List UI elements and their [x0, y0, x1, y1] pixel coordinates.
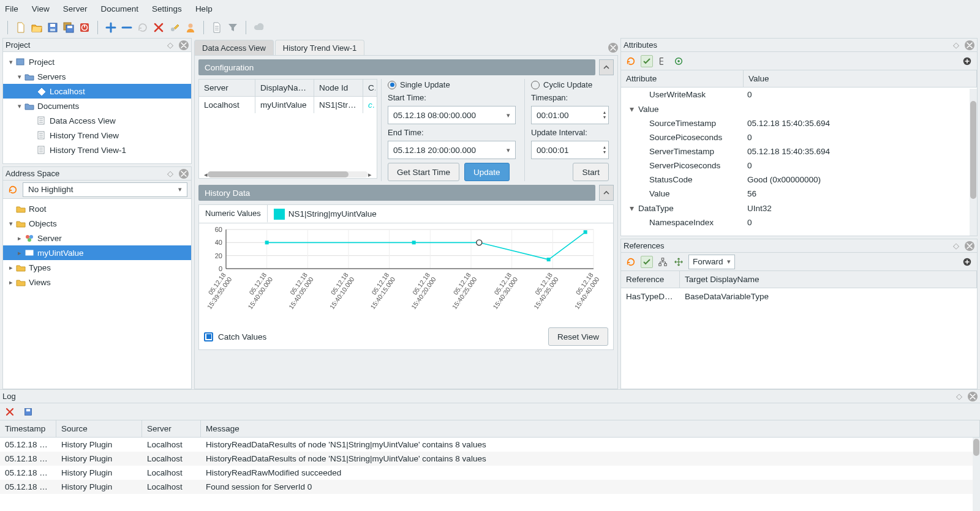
undock-icon[interactable]: ◇ — [165, 40, 175, 50]
attribute-row[interactable]: NamespaceIndex0 — [621, 215, 977, 229]
clear-log-icon[interactable] — [4, 406, 16, 418]
caret-icon[interactable]: ▾ — [627, 203, 636, 213]
cyclic-update-radio[interactable] — [531, 81, 540, 89]
log-row[interactable]: 05.12.18 15:…History PluginLocalhostHist… — [0, 452, 980, 466]
menu-item-view[interactable]: View — [32, 4, 50, 13]
log-row[interactable]: 05.12.18 15:…History PluginLocalhostHist… — [0, 438, 980, 452]
caret-icon[interactable]: ▸ — [7, 264, 15, 272]
caret-icon[interactable]: ▾ — [7, 58, 15, 66]
tree-item[interactable]: ▾Objects — [3, 216, 191, 231]
tree-item[interactable]: ▾Documents — [3, 99, 191, 113]
attribute-row[interactable]: ▾Value — [621, 102, 977, 116]
menu-item-file[interactable]: File — [5, 4, 18, 13]
tree-item[interactable]: History Trend View-1 — [3, 143, 191, 157]
update-interval-input[interactable]: 00:00:01 ▴▾ — [531, 141, 609, 159]
tab-data-access[interactable]: Data Access View — [194, 40, 274, 55]
doc-icon[interactable] — [211, 22, 222, 33]
undock-icon[interactable]: ◇ — [165, 169, 175, 179]
close-icon[interactable] — [968, 392, 978, 401]
filter-icon[interactable] — [227, 22, 238, 33]
user-icon[interactable] — [185, 22, 196, 33]
tree-item[interactable]: ▸Server — [3, 231, 191, 245]
attribute-row[interactable]: ServerPicoseconds0 — [621, 159, 977, 173]
close-icon[interactable] — [179, 169, 189, 179]
attribute-row[interactable]: ServerTimestamp05.12.18 15:40:35.694 — [621, 144, 977, 159]
save-all-icon[interactable] — [63, 22, 74, 33]
tree-item[interactable]: History Trend View — [3, 128, 191, 143]
attribute-row[interactable]: SourcePicoseconds0 — [621, 130, 977, 144]
remove-icon[interactable] — [121, 22, 132, 33]
spin-down-icon[interactable]: ▾ — [603, 150, 606, 155]
address-space-tree[interactable]: Root▾Objects▸Server▸myUintValue▸Types▸Vi… — [3, 199, 191, 292]
log-scrollbar[interactable] — [973, 438, 980, 511]
attribute-row[interactable]: SourceTimestamp05.12.18 15:40:35.694 — [621, 116, 977, 130]
tree-item[interactable]: ▾Project — [3, 54, 191, 69]
caret-icon[interactable]: ▾ — [627, 104, 636, 114]
single-update-radio[interactable] — [388, 81, 396, 89]
caret-icon[interactable]: ▾ — [15, 102, 24, 110]
tab-history-trend[interactable]: History Trend View-1 — [275, 40, 364, 55]
new-doc-icon[interactable] — [15, 22, 26, 33]
caret-icon[interactable]: ▸ — [15, 249, 24, 257]
caret-icon[interactable]: ▸ — [15, 234, 24, 242]
save-icon[interactable] — [47, 22, 58, 33]
settings-icon[interactable] — [169, 22, 180, 33]
close-icon[interactable] — [965, 40, 974, 50]
attribute-row[interactable]: Value56 — [621, 187, 977, 201]
delete-icon[interactable] — [153, 22, 164, 33]
highlight-select[interactable]: No Highlight ▾ — [23, 182, 187, 197]
menu-item-server[interactable]: Server — [63, 4, 88, 13]
reset-view-button[interactable]: Reset View — [548, 327, 608, 346]
caret-icon[interactable]: ▾ — [7, 220, 15, 228]
collapse-configuration-icon[interactable] — [599, 59, 614, 75]
add-attribute-icon[interactable] — [961, 55, 973, 67]
open-icon[interactable] — [31, 22, 42, 33]
hierarchy-icon[interactable] — [657, 256, 669, 268]
tree-item[interactable]: ▾Servers — [3, 69, 191, 84]
start-cyclic-button[interactable]: Start — [573, 163, 609, 181]
caret-icon[interactable]: ▸ — [7, 278, 15, 286]
attribute-row[interactable]: UserWriteMask0 — [621, 88, 977, 102]
close-icon[interactable] — [179, 40, 189, 50]
refresh-icon[interactable] — [7, 184, 19, 196]
add-icon[interactable] — [105, 22, 116, 33]
cloud-icon[interactable] — [254, 22, 265, 33]
add-reference-icon[interactable] — [961, 256, 973, 268]
tree-item[interactable]: Root — [3, 201, 191, 216]
chart-canvas[interactable]: 020406005.12.1815:39:55.00005.12.1815:40… — [202, 226, 606, 324]
spin-down-icon[interactable]: ▾ — [603, 115, 606, 120]
caret-icon[interactable]: ▾ — [15, 73, 24, 81]
tree-item[interactable]: Data Access View — [3, 113, 191, 128]
log-row[interactable]: 05.12.18 15:…History PluginLocalhostHist… — [0, 466, 980, 480]
close-tab-icon[interactable] — [608, 43, 618, 53]
move-icon[interactable] — [673, 256, 685, 268]
get-start-time-button[interactable]: Get Start Time — [388, 163, 459, 181]
tree-item[interactable]: ▸myUintValue — [3, 245, 191, 260]
attribute-row[interactable]: ▾DataTypeUInt32 — [621, 201, 977, 215]
config-table-hscroll[interactable]: ◂ ▸ — [199, 171, 377, 178]
scroll-right-icon[interactable]: ▸ — [368, 171, 372, 179]
start-time-input[interactable]: 05.12.18 08:00:00.000 ▾ — [388, 106, 516, 124]
collapse-history-icon[interactable] — [599, 185, 614, 201]
end-time-input[interactable]: 05.12.18 20:00:00.000 ▾ — [388, 141, 516, 159]
undock-icon[interactable]: ◇ — [954, 392, 964, 401]
log-row[interactable]: 05.12.18 15:…History PluginLocalhostFoun… — [0, 480, 980, 494]
refresh-icon[interactable] — [625, 256, 637, 268]
commit-icon[interactable] — [641, 256, 653, 268]
attribute-row[interactable]: StatusCodeGood (0x00000000) — [621, 173, 977, 187]
undock-icon[interactable]: ◇ — [951, 40, 961, 50]
shutdown-icon[interactable] — [79, 22, 90, 33]
refresh-icon[interactable] — [625, 55, 637, 67]
numeric-values-tab[interactable]: Numeric Values — [199, 205, 268, 223]
tree-item[interactable]: Localhost — [3, 84, 191, 99]
tree-item[interactable]: ▸Types — [3, 260, 191, 275]
target-icon[interactable] — [673, 55, 685, 67]
project-tree[interactable]: ▾Project▾ServersLocalhost▾DocumentsData … — [3, 52, 191, 160]
tree-item[interactable]: ▸Views — [3, 275, 191, 289]
config-table-row[interactable]: Localhost myUintValue NS1|String… cy — [199, 97, 377, 113]
close-icon[interactable] — [965, 241, 974, 251]
timespan-input[interactable]: 00:01:00 ▴▾ — [531, 106, 609, 124]
menu-item-document[interactable]: Document — [101, 4, 139, 13]
undock-icon[interactable]: ◇ — [951, 241, 961, 251]
menu-item-settings[interactable]: Settings — [152, 4, 182, 13]
